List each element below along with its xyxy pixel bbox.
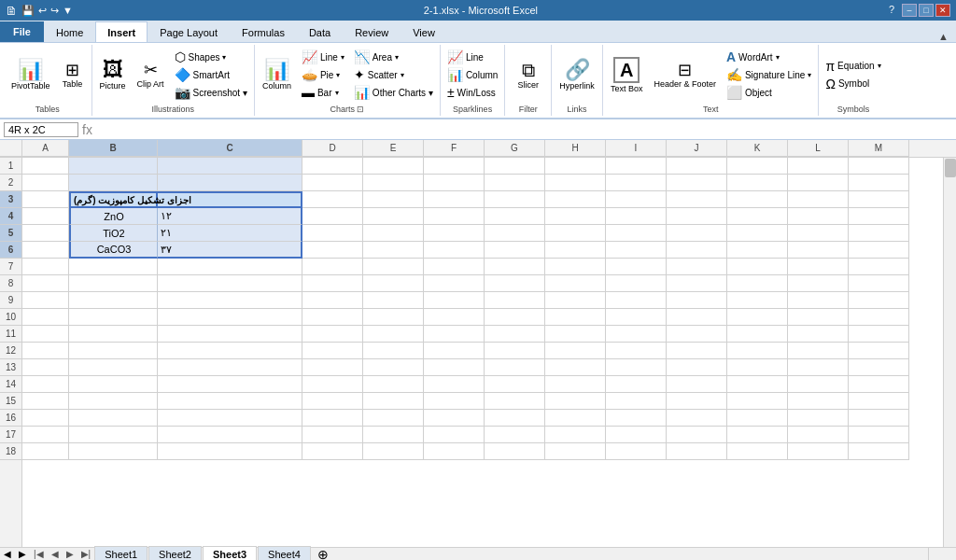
picture-button[interactable]: 🖼 Picture (96, 58, 130, 92)
tab-sheet1[interactable]: Sheet1 (94, 546, 148, 561)
cell-c5[interactable]: ۲۱ (158, 225, 302, 242)
cell-g6[interactable] (485, 242, 545, 259)
signature-line-button[interactable]: ✍ Signature Line ▾ (724, 66, 815, 83)
equation-button[interactable]: π Equation ▾ (822, 58, 883, 75)
line-chart-button[interactable]: 📈 Line ▾ (299, 49, 347, 65)
cell-a3[interactable] (22, 191, 69, 208)
cell-d6[interactable] (302, 242, 363, 259)
cell-e5[interactable] (363, 225, 424, 242)
redo-icon[interactable]: ↪ (50, 5, 59, 17)
cell-a2[interactable] (22, 175, 69, 191)
slicer-button[interactable]: ⧉ Slicer (513, 59, 543, 91)
col-header-g[interactable]: G (485, 140, 545, 157)
cell-k5[interactable] (727, 225, 788, 242)
help-icon[interactable]: ? (889, 4, 894, 17)
cell-i6[interactable] (606, 242, 667, 259)
cell-l3[interactable] (788, 191, 849, 208)
customize-icon[interactable]: ▼ (63, 5, 73, 16)
minimize-button[interactable]: – (902, 4, 917, 17)
cell-f5[interactable] (424, 225, 485, 242)
cell-b6[interactable]: CaCO3 (69, 242, 158, 259)
close-button[interactable]: ✕ (935, 4, 950, 17)
cell-h6[interactable] (545, 242, 606, 259)
col-header-j[interactable]: J (667, 140, 727, 157)
row-header-7[interactable]: 7 (0, 259, 21, 275)
cell-b5[interactable]: TiO2 (69, 225, 158, 242)
tab-insert[interactable]: Insert (95, 21, 148, 42)
cell-l5[interactable] (788, 225, 849, 242)
row-header-5[interactable]: 5 (0, 225, 21, 242)
row-header-16[interactable]: 16 (0, 410, 21, 427)
row-header-1[interactable]: 1 (0, 158, 21, 175)
row-header-10[interactable]: 10 (0, 309, 21, 326)
cell-h3[interactable] (545, 191, 606, 208)
row-header-18[interactable]: 18 (0, 443, 21, 460)
spark-line-button[interactable]: 📈 Line (444, 49, 500, 65)
cell-e3[interactable] (363, 191, 424, 208)
cell-m4[interactable] (849, 208, 909, 225)
text-box-button[interactable]: A Text Box (607, 55, 647, 95)
name-box[interactable] (4, 122, 78, 137)
header-footer-button[interactable]: ⊟ Header & Footer (650, 60, 720, 91)
formula-input[interactable] (96, 123, 952, 136)
tab-data[interactable]: Data (297, 21, 343, 42)
cell-l2[interactable] (788, 175, 849, 191)
tab-review[interactable]: Review (343, 21, 401, 42)
other-charts-button[interactable]: 📊 Other Charts ▾ (351, 84, 436, 101)
cell-m3[interactable] (849, 191, 909, 208)
tab-sheet4[interactable]: Sheet4 (258, 546, 311, 561)
cell-c1[interactable] (158, 158, 302, 175)
row-header-4[interactable]: 4 (0, 208, 21, 225)
row-header-6[interactable]: 6 (0, 242, 21, 259)
clip-art-button[interactable]: ✂ Clip Art (134, 60, 168, 91)
pivot-table-button[interactable]: 📊 PivotTable (7, 58, 54, 92)
sheet-nav-prev[interactable]: ◀ (48, 549, 63, 559)
cell-h1[interactable] (545, 158, 606, 175)
cell-g1[interactable] (485, 158, 545, 175)
cell-m6[interactable] (849, 242, 909, 259)
cell-e6[interactable] (363, 242, 424, 259)
tab-view[interactable]: View (401, 21, 447, 42)
tab-page-layout[interactable]: Page Layout (148, 21, 230, 42)
tab-sheet3[interactable]: Sheet3 (203, 546, 257, 561)
row-header-9[interactable]: 9 (0, 292, 21, 309)
cell-b4[interactable]: ZnO (69, 208, 158, 225)
cell-g3[interactable] (485, 191, 545, 208)
cell-j4[interactable] (667, 208, 727, 225)
row-header-14[interactable]: 14 (0, 376, 21, 393)
wordart-button[interactable]: A WordArt ▾ (724, 49, 815, 65)
col-header-d[interactable]: D (302, 140, 363, 157)
sheet-nav-next[interactable]: ▶ (63, 549, 77, 559)
cell-e2[interactable] (363, 175, 424, 191)
cell-g5[interactable] (485, 225, 545, 242)
undo-icon[interactable]: ↩ (38, 5, 47, 17)
tab-file[interactable]: File (0, 21, 44, 42)
cell-d4[interactable] (302, 208, 363, 225)
col-header-b[interactable]: B (69, 140, 158, 157)
col-header-a[interactable]: A (22, 140, 69, 157)
charts-dialog-launcher[interactable]: ⊡ (357, 105, 364, 114)
cell-a5[interactable] (22, 225, 69, 242)
tab-home[interactable]: Home (44, 21, 95, 42)
cell-k2[interactable] (727, 175, 788, 191)
cell-f3[interactable] (424, 191, 485, 208)
cell-k3[interactable] (727, 191, 788, 208)
cell-i5[interactable] (606, 225, 667, 242)
cell-k6[interactable] (727, 242, 788, 259)
col-header-m[interactable]: M (849, 140, 909, 157)
cell-k1[interactable] (727, 158, 788, 175)
sheet-nav-last[interactable]: ▶| (77, 549, 95, 559)
cell-l1[interactable] (788, 158, 849, 175)
col-header-f[interactable]: F (424, 140, 485, 157)
cell-i3[interactable] (606, 191, 667, 208)
sheet-nav-first[interactable]: |◀ (30, 549, 48, 559)
hyperlink-button[interactable]: 🔗 Hyperlink (555, 58, 598, 92)
cell-e4[interactable] (363, 208, 424, 225)
cell-d2[interactable] (302, 175, 363, 191)
symbol-button[interactable]: Ω Symbol (822, 76, 883, 92)
cell-l6[interactable] (788, 242, 849, 259)
cell-f1[interactable] (424, 158, 485, 175)
shapes-button[interactable]: ⬡ Shapes ▾ (172, 49, 250, 65)
col-header-k[interactable]: K (727, 140, 788, 157)
row-header-11[interactable]: 11 (0, 326, 21, 343)
